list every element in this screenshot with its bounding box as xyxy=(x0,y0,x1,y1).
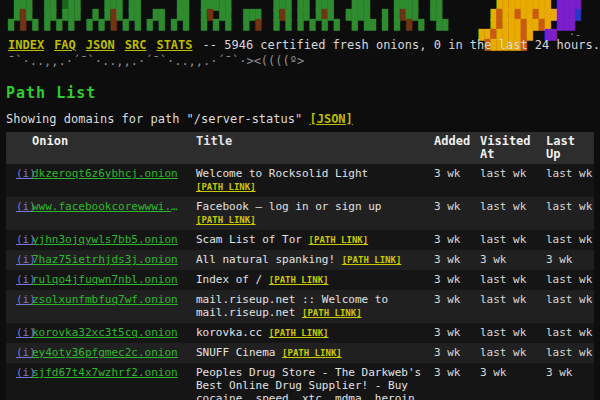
added-cell: 3 wk xyxy=(430,273,476,286)
info-cell: (i) xyxy=(6,346,32,359)
added-cell: 3 wk xyxy=(430,167,476,180)
nav-link-src[interactable]: SRC xyxy=(125,38,147,52)
last-up-cell: 3 wk xyxy=(542,253,594,266)
visited-at-cell: last wk xyxy=(476,293,542,306)
title-text: SNUFF Cinema xyxy=(196,346,275,359)
last-up-cell: last wk xyxy=(542,233,594,246)
last-up-cell: last wk xyxy=(542,167,594,180)
title-text: korovka.cc xyxy=(196,326,262,339)
header-added: Added xyxy=(430,135,476,148)
onion-link[interactable]: yjhn3ojqywls7bb5.onion xyxy=(32,233,178,246)
title-text: All natural spanking! xyxy=(196,253,335,266)
last-up-cell: last wk xyxy=(542,273,594,286)
header-visited-at: Visited At xyxy=(476,135,542,161)
title-cell: mail.riseup.net :: Welcome to mail.riseu… xyxy=(184,293,430,320)
info-cell: (i) xyxy=(6,273,32,286)
onion-cell: zsolxunfmbfuq7wf.onion xyxy=(32,293,184,306)
onion-counts-text: -- 5946 certified fresh onions, 0 in the… xyxy=(203,38,600,52)
info-cell: (i) xyxy=(6,326,32,339)
onion-link[interactable]: ey4oty36pfgmec2c.onion xyxy=(32,346,178,359)
header-last-up: Last Up xyxy=(542,135,594,161)
table-header-row: Onion Title Added Visited At Last Up xyxy=(6,132,594,164)
onion-cell: www.facebookcorewwwi.onion xyxy=(32,200,184,213)
info-cell: (i) xyxy=(6,253,32,266)
header-title: Title xyxy=(184,135,430,148)
onion-link[interactable]: sjfd67t4x7wzhrf2.onion xyxy=(32,366,178,379)
onion-link[interactable]: rulqo4jfuqwn7nbl.onion xyxy=(32,273,178,286)
title-text: Index of / xyxy=(196,273,262,286)
table-row: (i)dkzeroqt6z6ybhcj.onionWelcome to Rock… xyxy=(6,164,594,197)
path-link[interactable]: [PATH LINK] xyxy=(309,235,369,245)
table-row: (i)ey4oty36pfgmec2c.onionSNUFF Cinema [P… xyxy=(6,343,594,363)
path-link[interactable]: [PATH LINK] xyxy=(196,182,256,192)
onion-cell: yjhn3ojqywls7bb5.onion xyxy=(32,233,184,246)
page-title: Path List xyxy=(6,84,96,102)
title-text: Peoples Drug Store - The Darkweb's Best … xyxy=(196,366,421,400)
visited-at-cell: last wk xyxy=(476,200,542,213)
onion-cell: 7haz75ietrhjds3j.onion xyxy=(32,253,184,266)
info-cell: (i) xyxy=(6,167,32,180)
visited-at-cell: 3 wk xyxy=(476,253,542,266)
title-text: Welcome to Rocksolid Light xyxy=(196,167,368,180)
top-nav: INDEXFAQJSONSRCSTATS-- 5946 certified fr… xyxy=(8,38,600,52)
added-cell: 3 wk xyxy=(430,200,476,213)
added-cell: 3 wk xyxy=(430,346,476,359)
onion-link[interactable]: zsolxunfmbfuq7wf.onion xyxy=(32,293,178,306)
added-cell: 3 wk xyxy=(430,233,476,246)
visited-at-cell: 3 wk xyxy=(476,366,542,379)
path-link[interactable]: [PATH LINK] xyxy=(196,215,256,225)
table-row: (i)sjfd67t4x7wzhrf2.onionPeoples Drug St… xyxy=(6,363,594,400)
onion-cell: ey4oty36pfgmec2c.onion xyxy=(32,346,184,359)
last-up-cell: last wk xyxy=(542,293,594,306)
added-cell: 3 wk xyxy=(430,253,476,266)
onion-cell: sjfd67t4x7wzhrf2.onion xyxy=(32,366,184,379)
title-cell: Facebook – log in or sign up [PATH LINK] xyxy=(184,200,430,227)
json-link[interactable]: [JSON] xyxy=(309,112,352,126)
title-cell: All natural spanking! [PATH LINK] xyxy=(184,253,430,267)
path-link[interactable]: [PATH LINK] xyxy=(269,275,329,285)
table-row: (i)korovka32xc3t5cq.onionkorovka.cc [PAT… xyxy=(6,323,594,343)
onion-cell: rulqo4jfuqwn7nbl.onion xyxy=(32,273,184,286)
last-up-cell: last wk xyxy=(542,200,594,213)
title-cell: korovka.cc [PATH LINK] xyxy=(184,326,430,340)
title-cell: Welcome to Rocksolid Light [PATH LINK] xyxy=(184,167,430,194)
header-onion: Onion xyxy=(32,135,184,148)
added-cell: 3 wk xyxy=(430,293,476,306)
showing-domains-line: Showing domains for path "/server-status… xyxy=(6,112,353,126)
title-cell: SNUFF Cinema [PATH LINK] xyxy=(184,346,430,360)
title-text: Facebook – log in or sign up xyxy=(196,200,381,213)
table-row: (i)www.facebookcorewwwi.onionFacebook – … xyxy=(6,197,594,230)
nav-link-stats[interactable]: STATS xyxy=(156,38,192,52)
showing-domains-text: Showing domains for path "/server-status… xyxy=(6,112,302,126)
visited-at-cell: last wk xyxy=(476,346,542,359)
visited-at-cell: last wk xyxy=(476,273,542,286)
fish-ascii-art: ¯`·..,,.·´¯`·..,,.·´¯`·..,,.·´¯`·><((((º… xyxy=(8,54,304,68)
visited-at-cell: last wk xyxy=(476,167,542,180)
table-body: (i)dkzeroqt6z6ybhcj.onionWelcome to Rock… xyxy=(6,164,594,400)
onion-link[interactable]: www.facebookcorewwwi.onion xyxy=(32,200,180,213)
onion-table: Onion Title Added Visited At Last Up (i)… xyxy=(6,132,594,400)
added-cell: 3 wk xyxy=(430,366,476,379)
title-cell: Scam List of Tor [PATH LINK] xyxy=(184,233,430,247)
nav-link-index[interactable]: INDEX xyxy=(8,38,44,52)
nav-link-faq[interactable]: FAQ xyxy=(54,38,76,52)
last-up-cell: last wk xyxy=(542,326,594,339)
info-cell: (i) xyxy=(6,293,32,306)
visited-at-cell: last wk xyxy=(476,326,542,339)
last-up-cell: last wk xyxy=(542,346,594,359)
path-link[interactable]: [PATH LINK] xyxy=(269,328,329,338)
title-text: Scam List of Tor xyxy=(196,233,302,246)
info-cell: (i) xyxy=(6,233,32,246)
info-cell: (i) xyxy=(6,366,32,379)
nav-link-json[interactable]: JSON xyxy=(86,38,115,52)
onion-cell: dkzeroqt6z6ybhcj.onion xyxy=(32,167,184,180)
table-row: (i)yjhn3ojqywls7bb5.onionScam List of To… xyxy=(6,230,594,250)
path-link[interactable]: [PATH LINK] xyxy=(282,348,342,358)
onion-link[interactable]: korovka32xc3t5cq.onion xyxy=(32,326,178,339)
onion-cell: korovka32xc3t5cq.onion xyxy=(32,326,184,339)
path-link[interactable]: [PATH LINK] xyxy=(302,308,362,318)
onion-link[interactable]: 7haz75ietrhjds3j.onion xyxy=(32,253,178,266)
onion-link[interactable]: dkzeroqt6z6ybhcj.onion xyxy=(32,167,178,180)
info-cell: (i) xyxy=(6,200,32,213)
path-link[interactable]: [PATH LINK] xyxy=(342,255,402,265)
